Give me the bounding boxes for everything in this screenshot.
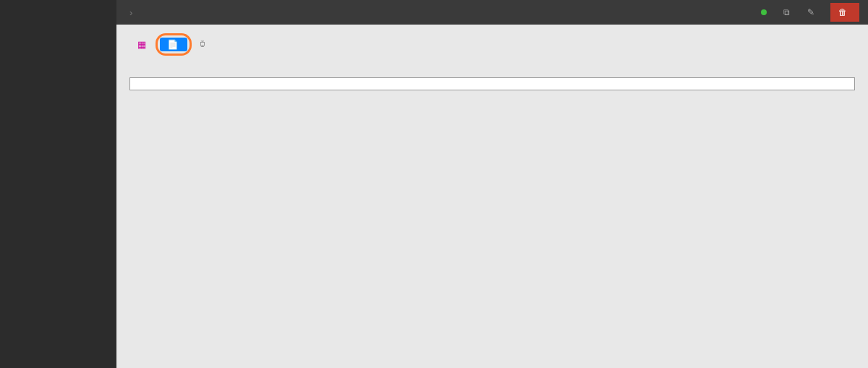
copy-icon: ⧉	[781, 7, 791, 17]
content: ▦ 📄 ⧮	[116, 25, 868, 100]
tab-log[interactable]: 📄	[160, 38, 187, 51]
sidebar	[0, 0, 116, 368]
tab-info[interactable]: ▦	[129, 38, 157, 51]
breadcrumb: ›	[125, 7, 137, 18]
log-note	[129, 59, 855, 72]
actions: ⧉ ✎ 🗑	[761, 7, 859, 17]
log-output[interactable]	[129, 77, 855, 90]
breadcrumb-sep: ›	[129, 7, 132, 18]
log-icon: 📄	[167, 39, 177, 50]
info-icon: ▦	[137, 39, 147, 50]
copy-button[interactable]: ⧉	[781, 7, 796, 17]
main: › ⧉ ✎ 🗑	[116, 0, 868, 368]
tabs: ▦ 📄 ⧮	[129, 36, 855, 52]
tab-activity[interactable]: ⧮	[190, 38, 218, 51]
status-toggle[interactable]	[761, 9, 771, 15]
activity-icon: ⧮	[197, 39, 208, 49]
status-dot-icon	[761, 9, 767, 15]
edit-icon: ✎	[806, 7, 816, 17]
topbar: › ⧉ ✎ 🗑	[116, 0, 868, 25]
trash-icon: 🗑	[838, 7, 848, 17]
edit-button[interactable]: ✎	[806, 7, 820, 17]
delete-button[interactable]: 🗑	[830, 3, 859, 22]
